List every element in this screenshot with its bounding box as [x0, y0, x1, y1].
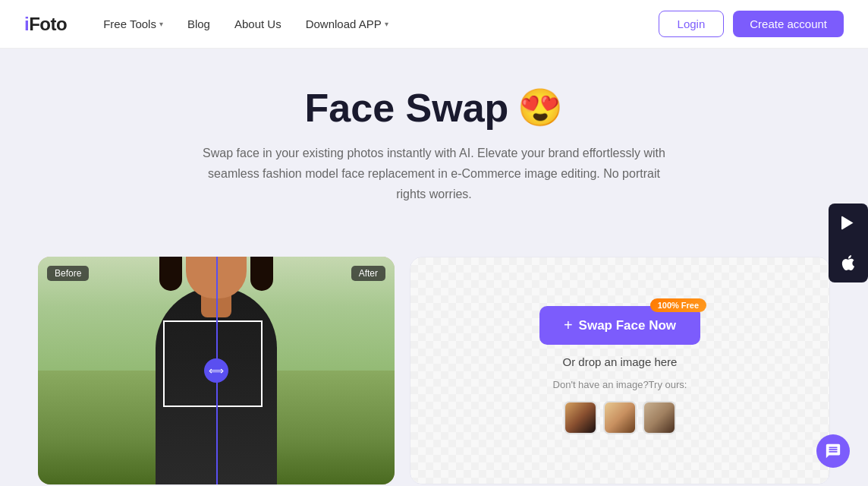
person-hair-side-left	[159, 257, 182, 291]
logo-foto: Foto	[29, 14, 67, 34]
nav-download-app[interactable]: Download APP ▾	[297, 11, 398, 36]
hero-subtitle: Swap face in your existing photos instan…	[199, 143, 669, 205]
plus-icon: +	[564, 317, 573, 334]
before-after-panel: Before After ⟺	[38, 257, 395, 484]
google-play-button[interactable]	[829, 204, 868, 243]
upload-content: 100% Free + Swap Face Now Or drop an ima…	[539, 306, 700, 434]
person-hair-side-right	[250, 257, 273, 291]
nav-free-tools[interactable]: Free Tools ▾	[94, 11, 172, 36]
chevron-down-icon: ▾	[159, 20, 163, 28]
split-handle[interactable]: ⟺	[204, 358, 228, 383]
free-badge: 100% Free	[650, 298, 706, 312]
swap-btn-label: Swap Face Now	[579, 318, 676, 333]
nav-about-us[interactable]: About Us	[225, 11, 291, 36]
side-panel	[829, 204, 868, 282]
apple-store-button[interactable]	[829, 243, 868, 282]
swap-btn-wrapper: 100% Free + Swap Face Now	[539, 306, 700, 345]
hero-section: Face Swap 😍 Swap face in your existing p…	[0, 49, 868, 257]
nav-links: Free Tools ▾ Blog About Us Download APP …	[94, 11, 658, 36]
before-badge: Before	[47, 266, 89, 281]
nav-blog[interactable]: Blog	[178, 11, 219, 36]
sample-image-3[interactable]	[643, 401, 676, 434]
sample-image-2[interactable]	[603, 401, 637, 434]
create-account-button[interactable]: Create account	[733, 11, 844, 37]
nav-actions: Login Create account	[659, 11, 844, 37]
chevron-down-icon: ▾	[385, 20, 388, 28]
try-text: Don't have an image?Try ours:	[553, 379, 687, 390]
hero-emoji: 😍	[517, 87, 563, 129]
sample-images	[564, 401, 676, 434]
login-button[interactable]: Login	[659, 11, 725, 37]
drop-text: Or drop an image here	[563, 355, 678, 368]
hero-title: Face Swap 😍	[24, 85, 844, 131]
main-content: Before After ⟺ 100% Free + Swap Face Now…	[0, 257, 868, 484]
after-badge: After	[351, 266, 385, 281]
google-play-icon	[839, 214, 857, 232]
logo[interactable]: iFoto	[24, 14, 67, 35]
navbar: iFoto Free Tools ▾ Blog About Us Downloa…	[0, 0, 868, 49]
chat-icon	[825, 443, 841, 459]
apple-icon	[839, 254, 857, 272]
chat-button[interactable]	[816, 434, 850, 468]
upload-panel: 100% Free + Swap Face Now Or drop an ima…	[410, 257, 830, 484]
sample-image-1[interactable]	[564, 401, 597, 434]
